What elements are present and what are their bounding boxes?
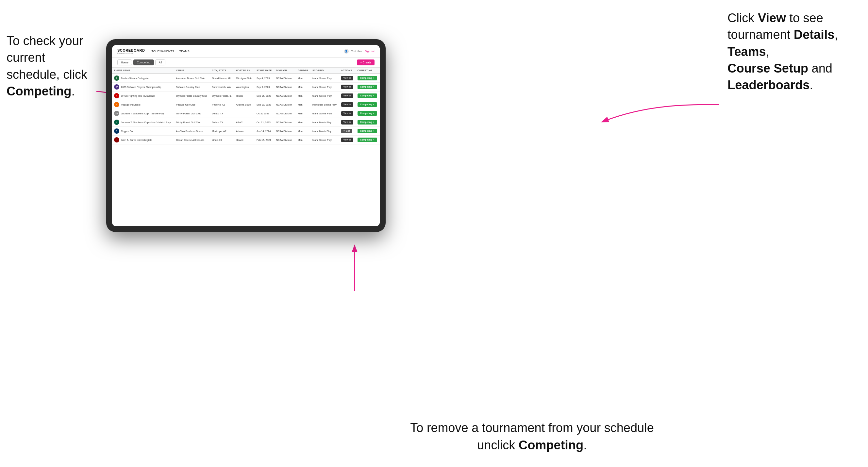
cell-action: View ⊙ [339, 92, 355, 100]
col-scoring: SCORING [310, 68, 339, 73]
cell-event-name: F Folds of Honor Collegiate [112, 73, 174, 83]
nav-tournaments[interactable]: TOURNAMENTS [151, 50, 174, 53]
team-logo: H [114, 137, 119, 143]
cell-competing: Competing ✓ [355, 118, 380, 127]
cell-gender: Men [296, 127, 310, 136]
view-button[interactable]: View ⊙ [341, 120, 353, 125]
competing-button[interactable]: Competing ✓ [358, 102, 377, 107]
cell-hosted: Arizona [234, 127, 255, 136]
cell-gender: Men [296, 118, 310, 127]
cell-scoring: team, Stroke Play [310, 92, 339, 100]
logo-sub: Powered by clippi [117, 52, 145, 54]
cell-start-date: Oct 11, 2023 [255, 118, 274, 127]
cell-competing: Competing ✓ [355, 83, 380, 92]
cell-action: View ⊙ [339, 100, 355, 109]
table-row: I OFCC Fighting Illini Invitational Olym… [112, 92, 380, 100]
nav-bar: SCOREBOARD Powered by clippi TOURNAMENTS… [112, 45, 380, 58]
table-row: H John A. Burns Intercollegiate Ocean Co… [112, 136, 380, 145]
filter-home[interactable]: Home [117, 60, 132, 65]
col-event-name: EVENT NAME [112, 68, 174, 73]
cell-scoring: individual, Stroke Play [310, 100, 339, 109]
table-body: F Folds of Honor Collegiate American Dun… [112, 73, 380, 145]
cell-venue: Trinity Forest Golf Club [174, 118, 210, 127]
cell-event-name: I OFCC Fighting Illini Invitational [112, 92, 174, 100]
competing-button[interactable]: Competing ✓ [358, 111, 377, 116]
competing-button[interactable]: Competing ✓ [358, 85, 377, 89]
cell-competing: Competing ✓ [355, 127, 380, 136]
view-button[interactable]: View ⊙ [341, 76, 353, 81]
competing-button[interactable]: Competing ✓ [358, 120, 377, 125]
view-button[interactable]: View ⊙ [341, 137, 353, 142]
cell-gender: Men [296, 92, 310, 100]
cell-start-date: Jan 14, 2024 [255, 127, 274, 136]
table-row: F Folds of Honor Collegiate American Dun… [112, 73, 380, 83]
competing-button[interactable]: Competing ✓ [358, 76, 377, 81]
cell-start-date: Oct 9, 2023 [255, 109, 274, 118]
view-button[interactable]: View ⊙ [341, 111, 353, 116]
col-competing: COMPETING [355, 68, 380, 73]
cell-event-name: P Papago Individual [112, 100, 174, 109]
tablet-frame: SCOREBOARD Powered by clippi TOURNAMENTS… [106, 39, 385, 232]
cell-gender: Men [296, 109, 310, 118]
cell-city: Sammamish, WA [210, 83, 234, 92]
filter-all[interactable]: All [155, 60, 165, 65]
view-button[interactable]: View ⊙ [341, 85, 353, 89]
edit-button[interactable]: ✏ Edit [341, 129, 352, 133]
competing-button[interactable]: Competing ✓ [358, 137, 377, 142]
competing-button[interactable]: Competing ✓ [358, 93, 377, 98]
cell-start-date: Feb 15, 2024 [255, 136, 274, 145]
annotation-left: To check your current schedule, click Co… [6, 33, 98, 100]
cell-city: Lihue, HI [210, 136, 234, 145]
cell-gender: Men [296, 136, 310, 145]
cell-competing: Competing ✓ [355, 109, 380, 118]
team-logo: F [114, 75, 119, 81]
team-logo: W [114, 84, 119, 90]
team-logo: P [114, 102, 119, 107]
cell-division: NCAA Division I [274, 118, 296, 127]
table-row: A Copper Cup Ak-Chin Southern Dunes Mari… [112, 127, 380, 136]
cell-hosted: Michigan State [234, 73, 255, 83]
nav-teams[interactable]: TEAMS [179, 50, 190, 53]
table-row: W 2023 Sahalee Players Championship Saha… [112, 83, 380, 92]
scoreboard-logo: SCOREBOARD Powered by clippi [117, 49, 145, 54]
create-button[interactable]: + Create [357, 60, 374, 65]
col-gender: GENDER [296, 68, 310, 73]
cell-scoring: team, Match Play [310, 127, 339, 136]
cell-city: Dallas, TX [210, 109, 234, 118]
cell-venue: Papago Golf Club [174, 100, 210, 109]
sign-out-link[interactable]: Sign out [365, 50, 374, 53]
cell-city: Phoenix, AZ [210, 100, 234, 109]
cell-event-name: JS Jackson T. Stephens Cup – Stroke Play [112, 109, 174, 118]
cell-action: View ⊙ [339, 118, 355, 127]
cell-venue: Ak-Chin Southern Dunes [174, 127, 210, 136]
col-start-date: START DATE [255, 68, 274, 73]
view-button[interactable]: View ⊙ [341, 102, 353, 107]
tournament-table: EVENT NAME VENUE CITY, STATE HOSTED BY S… [112, 68, 380, 145]
cell-venue: American Dunes Golf Club [174, 73, 210, 83]
competing-button[interactable]: Competing ✓ [358, 129, 377, 133]
cell-hosted [234, 109, 255, 118]
cell-venue: Olympia Fields Country Club [174, 92, 210, 100]
cell-start-date: Sep 18, 2023 [255, 100, 274, 109]
col-division: DIVISION [274, 68, 296, 73]
cell-venue: Sahalee Country Club [174, 83, 210, 92]
filter-competing[interactable]: Competing [133, 60, 154, 65]
cell-event-name: J Jackson T. Stephens Cup – Men's Match … [112, 118, 174, 127]
cell-city: Dallas, TX [210, 118, 234, 127]
tablet-screen: SCOREBOARD Powered by clippi TOURNAMENTS… [112, 45, 380, 226]
cell-division: NCAA Division I [274, 109, 296, 118]
tournament-table-container: EVENT NAME VENUE CITY, STATE HOSTED BY S… [112, 68, 380, 226]
cell-city: Olympia Fields, IL [210, 92, 234, 100]
view-button[interactable]: View ⊙ [341, 93, 353, 98]
team-logo: I [114, 93, 119, 98]
cell-competing: Competing ✓ [355, 136, 380, 145]
cell-gender: Men [296, 100, 310, 109]
cell-start-date: Sep 15, 2023 [255, 92, 274, 100]
cell-competing: Competing ✓ [355, 73, 380, 83]
cell-division: NCAA Division I [274, 127, 296, 136]
logo-title: SCOREBOARD [117, 49, 145, 52]
cell-hosted: Illinois [234, 92, 255, 100]
cell-division: NCAA Division I [274, 100, 296, 109]
cell-start-date: Sep 9, 2023 [255, 83, 274, 92]
team-logo: J [114, 120, 119, 125]
